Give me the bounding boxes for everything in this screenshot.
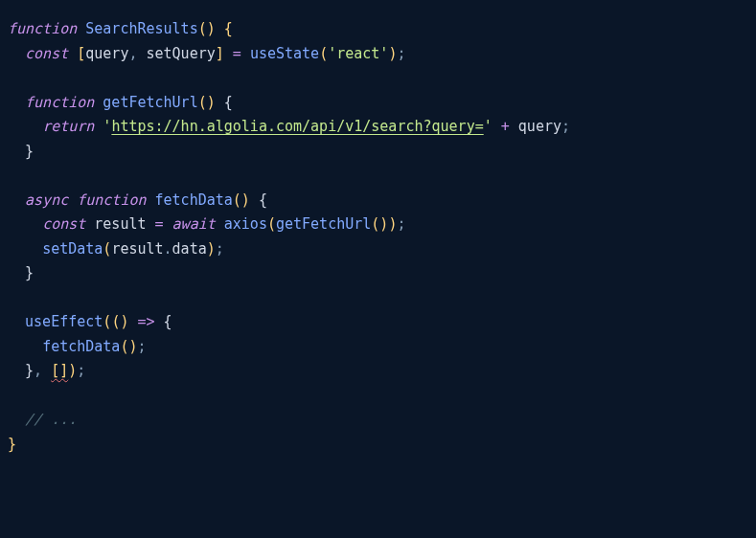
code-line-4: function getFetchUrl() { bbox=[8, 91, 756, 116]
code-line-10: setData(result.data); bbox=[8, 237, 756, 262]
code-line-6: } bbox=[8, 140, 756, 165]
code-line-8: async function fetchData() { bbox=[8, 189, 756, 213]
code-line-14: fetchData(); bbox=[8, 335, 756, 360]
code-line-7 bbox=[8, 164, 756, 189]
code-line-18: } bbox=[8, 433, 756, 458]
code-line-3 bbox=[8, 66, 756, 91]
code-line-16 bbox=[8, 384, 756, 409]
code-line-5: return 'https://hn.algolia.com/api/v1/se… bbox=[8, 115, 756, 140]
code-line-12 bbox=[8, 286, 756, 311]
code-line-13: useEffect(() => { bbox=[8, 310, 756, 335]
code-line-15: }, []); bbox=[8, 359, 756, 384]
code-block: function SearchResults() { const [query,… bbox=[8, 17, 756, 457]
code-line-2: const [query, setQuery] = useState('reac… bbox=[8, 42, 756, 67]
lint-warning-icon: [] bbox=[51, 362, 68, 379]
code-line-9: const result = await axios(getFetchUrl()… bbox=[8, 213, 756, 237]
code-line-11: } bbox=[8, 261, 756, 286]
code-line-17: // ... bbox=[8, 408, 756, 433]
code-line-1: function SearchResults() { bbox=[8, 17, 756, 42]
